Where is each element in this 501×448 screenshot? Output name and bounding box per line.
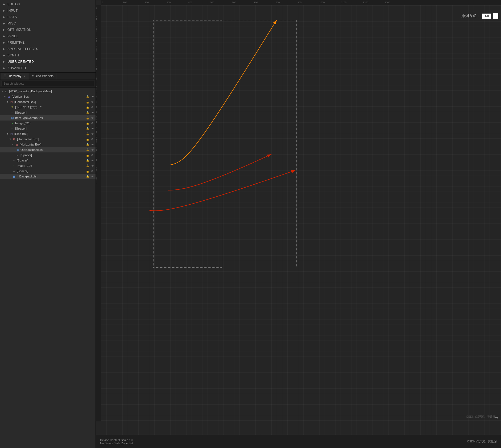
tree-item-image228[interactable]: ▪ Image_228 🔒 👁	[0, 121, 96, 126]
lock-btn[interactable]: 🔒	[85, 105, 90, 109]
combobox-icon: ▤	[10, 116, 14, 120]
vbox-icon: ⊞	[7, 94, 11, 99]
spacer-icon: ↔	[15, 153, 20, 157]
v-ruler-700: 700	[96, 146, 97, 154]
eye-btn[interactable]: 👁	[90, 116, 94, 120]
search-input[interactable]	[2, 81, 94, 86]
tree-item-outbackpacklist[interactable]: ▦ OutBackpackList 🔒 👁	[0, 147, 96, 152]
arrow-icon: ▶	[3, 47, 6, 51]
category-panel[interactable]: ▶ PANEL	[0, 33, 96, 39]
eye-btn[interactable]: 👁	[90, 158, 94, 163]
eye-btn[interactable]: 👁	[90, 169, 94, 173]
category-special-effects[interactable]: ▶ SPECIAL EFFECTS	[0, 46, 96, 52]
eye-btn[interactable]: 👁	[90, 110, 94, 115]
spacer-icon: ↔	[10, 110, 14, 115]
tree-item-inbackpacklist[interactable]: ▦ InBackpackList 🔒 👁	[0, 174, 96, 179]
hbox-icon: ⊟	[12, 137, 16, 141]
lock-btn[interactable]: 🔒	[85, 174, 90, 179]
tab-hierarchy-label: Hierarchy	[8, 74, 21, 78]
tree-label-outbackpacklist: OutBackpackList	[20, 148, 84, 151]
sort-bar: 排列方式： All	[461, 13, 498, 19]
tree-item-spacer2[interactable]: ↔ [Spacer] 🔒 👁	[0, 126, 96, 131]
category-input[interactable]: ▶ INPUT	[0, 7, 96, 14]
category-primitive[interactable]: ▶ PRIMITIVE	[0, 39, 96, 46]
sort-all-button[interactable]: All	[482, 14, 491, 19]
eye-btn[interactable]: 👁	[90, 142, 94, 147]
category-synth[interactable]: ▶ SYNTH	[0, 52, 96, 59]
tree-item-image106[interactable]: ▪ Image_106 🔒 👁	[0, 163, 96, 168]
hierarchy-tabs: ☰ Hierarchy × ≡ Bind Widgets	[0, 73, 96, 80]
spacer-icon: ↔	[12, 158, 16, 163]
category-user-created[interactable]: ▶ USER CREATED	[0, 59, 96, 65]
eye-btn[interactable]: 👁	[90, 164, 94, 168]
v-ruler-100: 100	[96, 25, 97, 32]
hbox-icon: ⊟	[15, 142, 19, 147]
lock-btn[interactable]: 🔒	[85, 153, 90, 157]
tree-label-spacer1: [Spacer]	[15, 111, 84, 114]
lock-btn[interactable]: 🔒	[85, 158, 90, 163]
tree-item-hbox2[interactable]: ▼ ⊟ [Horizontal Box] 🔒 👁	[0, 136, 96, 142]
tree-item-sizebox[interactable]: ▼ ⊡ [Size Box] 🔒 👁	[0, 131, 96, 136]
lock-btn[interactable]: 🔒	[85, 164, 90, 168]
tree-item-spacer3[interactable]: ↔ [Spacer] 🔒 👁	[0, 152, 96, 158]
search-bar	[0, 80, 96, 88]
lock-btn[interactable]: 🔒	[85, 148, 90, 152]
lock-btn[interactable]: 🔒	[85, 116, 90, 120]
tree-item-text[interactable]: T [Text] "排列方式：" 🔒 👁	[0, 105, 96, 110]
category-optimization[interactable]: ▶ OPTIMIZATION	[0, 27, 96, 33]
lock-btn[interactable]: 🔒	[85, 169, 90, 173]
lock-btn[interactable]: 🔒	[85, 121, 90, 125]
eye-btn[interactable]: 👁	[90, 105, 94, 109]
status-right: CSDN @浮沉、奕让琛	[467, 439, 497, 443]
ruler-mark-500: 500	[210, 1, 214, 4]
ruler-mark-300: 300	[167, 1, 171, 4]
tree-item-spacer4[interactable]: ↔ [Spacer] 🔒 👁	[0, 158, 96, 163]
eye-btn[interactable]: 👁	[90, 126, 94, 131]
lock-btn[interactable]: 🔒	[85, 137, 90, 141]
category-misc[interactable]: ▶ MISC	[0, 20, 96, 27]
category-advanced[interactable]: ▶ ADVANCED	[0, 65, 96, 71]
eye-btn[interactable]: 👁	[90, 153, 94, 157]
category-lists[interactable]: ▶ LISTS	[0, 14, 96, 20]
eye-btn[interactable]: 👁	[90, 94, 94, 99]
color-swatch	[493, 13, 498, 19]
eye-btn[interactable]: 👁	[90, 174, 94, 179]
lock-btn[interactable]: 🔒	[85, 132, 90, 136]
lock-btn[interactable]: 🔒	[85, 142, 90, 147]
tree-item-spacer1[interactable]: ↔ [Spacer] 🔒 👁	[0, 110, 96, 115]
category-editor[interactable]: ▶ EDITOR	[0, 1, 96, 7]
spacer-icon: ↔	[12, 169, 16, 173]
ruler-mark-600: 600	[232, 1, 236, 4]
tree-item-hbox1[interactable]: ▼ ⊟ [Horizontal Box] 🔒 👁	[0, 99, 96, 105]
ruler-mark-1100: 1100	[341, 1, 346, 4]
tree-item-spacer5[interactable]: ↔ [Spacer] 🔒 👁	[0, 168, 96, 174]
status-left: Device Content Scale 1.0 No Device Safe …	[100, 438, 133, 445]
tree-label-hbox1: [Horizontal Box]	[14, 100, 84, 103]
tab-close-button[interactable]: ×	[22, 74, 26, 78]
tree-item-vbox[interactable]: ▼ ⊞ [Vertical Box] 🔒 👁	[0, 94, 96, 99]
widget-left-section	[153, 20, 222, 268]
tab-bind-widgets[interactable]: ≡ Bind Widgets	[29, 73, 56, 80]
horizontal-ruler: 0 100 200 300 400 500 600 700 800 900 10…	[101, 0, 501, 5]
v-ruler-150: 150	[96, 35, 97, 42]
lock-btn[interactable]: 🔒	[85, 94, 90, 99]
category-label: INPUT	[7, 9, 18, 13]
tree-item-hbox3[interactable]: ▼ ⊟ [Horizontal Box] 🔒 👁	[0, 142, 96, 147]
bind-icon: ≡	[32, 74, 34, 78]
tree-label-inbackpacklist: InBackpackList	[17, 175, 84, 178]
tree-item-combobox[interactable]: ▤ ItemTypeComboBox 🔒 👁	[0, 115, 96, 121]
tree-label-sizebox: [Size Box]	[14, 132, 84, 135]
tab-hierarchy[interactable]: ☰ Hierarchy ×	[1, 73, 29, 80]
category-label: PRIMITIVE	[7, 41, 25, 44]
eye-btn[interactable]: 👁	[90, 148, 94, 152]
v-ruler-250: 250	[96, 55, 97, 63]
tree-item-root[interactable]: ▼ □ [WBP_InventoryBackpackMain]	[0, 89, 96, 94]
lock-btn[interactable]: 🔒	[85, 110, 90, 115]
lock-btn[interactable]: 🔒	[85, 126, 90, 131]
eye-btn[interactable]: 👁	[90, 132, 94, 136]
eye-btn[interactable]: 👁	[90, 121, 94, 125]
eye-btn[interactable]: 👁	[90, 100, 94, 104]
text-icon: T	[10, 105, 14, 109]
eye-btn[interactable]: 👁	[90, 137, 94, 141]
lock-btn[interactable]: 🔒	[85, 100, 90, 104]
